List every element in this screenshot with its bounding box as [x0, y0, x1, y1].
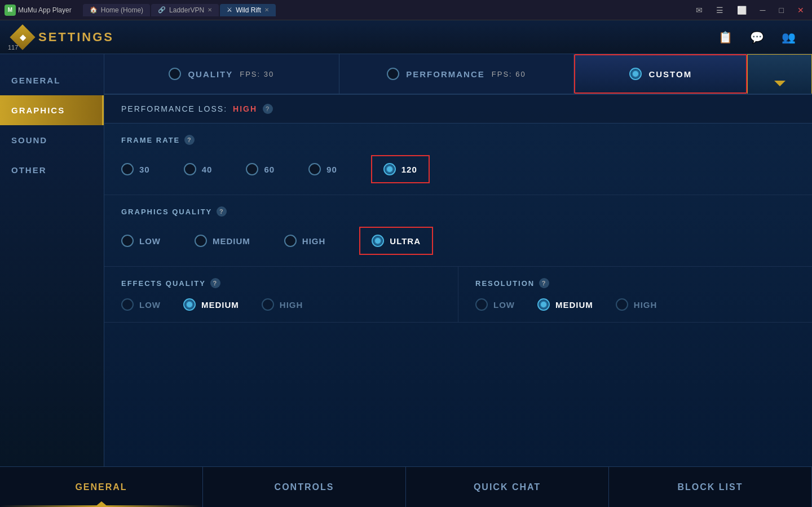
tab-home[interactable]: 🏠 Home (Home)	[83, 4, 150, 16]
resolution-help[interactable]: ?	[539, 278, 549, 288]
sidebar: GENERAL GRAPHICS SOUND OTHER	[0, 54, 104, 466]
frame-rate-options: 30 40 60 90	[121, 155, 795, 183]
res-high-radio	[616, 298, 628, 311]
titlebar-restore[interactable]: ⬜	[734, 5, 750, 16]
frame-rate-40[interactable]: 40	[184, 163, 213, 175]
frame-rate-90[interactable]: 90	[308, 163, 337, 175]
sidebar-item-sound[interactable]: SOUND	[0, 125, 104, 155]
res-low-radio	[475, 298, 488, 311]
frame-rate-40-radio	[184, 163, 196, 175]
performance-fps-label: FPS: 60	[492, 70, 526, 78]
titlebar-maximize[interactable]: □	[776, 5, 787, 16]
performance-label: PERFORMANCE	[406, 69, 485, 79]
gfx-low[interactable]: LOW	[121, 235, 161, 247]
titlebar-menu[interactable]: ☰	[713, 5, 727, 16]
header: ◆ SETTINGS 117 📋 💬 👥	[0, 20, 812, 54]
effects-low-radio	[121, 298, 134, 311]
resolution-col: RESOLUTION ? LOW MEDIUM	[458, 267, 812, 322]
bottom-nav-block-list[interactable]: BLOCK LIST	[609, 467, 812, 507]
preset-tabs: QUALITY FPS: 30 PERFORMANCE FPS: 60	[104, 54, 812, 95]
effects-quality-help[interactable]: ?	[210, 278, 220, 288]
sidebar-item-graphics[interactable]: GRAPHICS	[0, 95, 104, 125]
res-medium[interactable]: MEDIUM	[537, 298, 593, 311]
bottom-nav-quick-chat[interactable]: QUICK CHAT	[406, 467, 609, 507]
frame-rate-help[interactable]: ?	[184, 135, 195, 145]
frame-rate-section: FRAME RATE ? 30 40 60	[104, 124, 812, 195]
gfx-high[interactable]: HIGH	[284, 235, 326, 247]
perf-loss-value: HIGH	[233, 104, 257, 113]
frame-rate-120-radio	[383, 163, 396, 175]
custom-label: CUSTOM	[648, 69, 692, 79]
tab-laddervpn-label: LadderVPN	[169, 6, 204, 14]
tabs-container: 🏠 Home (Home) 🔗 LadderVPN ✕ ⚔ Wild Rift …	[83, 4, 276, 16]
frame-rate-60[interactable]: 60	[246, 163, 275, 175]
res-medium-dot	[541, 302, 546, 307]
custom-tab-extension	[747, 54, 812, 94]
quality-label: QUALITY	[188, 69, 233, 79]
perf-loss-help[interactable]: ?	[263, 104, 273, 114]
effects-quality-options: LOW MEDIUM HIGH	[121, 298, 441, 311]
header-right: 📋 💬 👥	[715, 27, 798, 47]
tab-wildrift[interactable]: ⚔ Wild Rift ✕	[220, 4, 276, 16]
effects-medium-radio	[183, 298, 196, 311]
graphics-quality-section: GRAPHICS QUALITY ? LOW MEDIUM HIGH	[104, 195, 812, 267]
quality-radio	[169, 68, 181, 80]
frame-rate-30[interactable]: 30	[121, 163, 150, 175]
effects-high[interactable]: HIGH	[262, 298, 303, 311]
header-task-icon[interactable]: 📋	[715, 27, 735, 47]
custom-radio	[629, 68, 642, 80]
res-high[interactable]: HIGH	[616, 298, 657, 311]
bottom-nav: GENERAL CONTROLS QUICK CHAT BLOCK LIST	[0, 466, 812, 507]
resolution-options: LOW MEDIUM HIGH	[475, 298, 795, 311]
frame-rate-60-radio	[246, 163, 258, 175]
preset-tab-custom[interactable]: CUSTOM	[574, 54, 747, 94]
graphics-quality-help[interactable]: ?	[217, 206, 227, 217]
resolution-title: RESOLUTION ?	[475, 278, 795, 288]
sidebar-item-general[interactable]: GENERAL	[0, 65, 104, 95]
effects-quality-title: EFFECTS QUALITY ?	[121, 278, 441, 288]
titlebar-mail[interactable]: ✉	[692, 5, 706, 16]
header-user-icon[interactable]: 👥	[778, 27, 798, 47]
preset-tab-quality[interactable]: QUALITY FPS: 30	[104, 54, 339, 94]
custom-radio-dot	[633, 71, 638, 77]
gfx-low-radio	[121, 235, 134, 247]
frame-rate-30-radio	[121, 163, 134, 175]
titlebar: M MuMu App Player 🏠 Home (Home) 🔗 Ladder…	[0, 0, 812, 20]
bottom-nav-controls[interactable]: CONTROLS	[203, 467, 406, 507]
sidebar-item-other[interactable]: OTHER	[0, 155, 104, 185]
titlebar-close[interactable]: ✕	[794, 5, 807, 16]
gfx-ultra-radio	[372, 235, 384, 247]
performance-radio	[387, 68, 399, 80]
app-name: MuMu App Player	[18, 6, 72, 14]
tab-home-label: Home (Home)	[101, 6, 143, 14]
gfx-medium-radio	[195, 235, 207, 247]
perf-loss-label: PERFORMANCE LOSS:	[121, 104, 227, 113]
header-badge: 117	[8, 44, 18, 51]
effects-high-radio	[262, 298, 274, 311]
app-logo-icon: M	[5, 5, 16, 16]
gfx-ultra-dot	[375, 238, 381, 244]
effects-medium[interactable]: MEDIUM	[183, 298, 239, 311]
bottom-nav-general[interactable]: GENERAL	[0, 467, 203, 507]
graphics-quality-options: LOW MEDIUM HIGH ULTRA	[121, 227, 795, 255]
gfx-medium[interactable]: MEDIUM	[195, 235, 250, 247]
res-low[interactable]: LOW	[475, 298, 515, 311]
gfx-ultra[interactable]: ULTRA	[359, 227, 433, 255]
tab-wildrift-close[interactable]: ✕	[264, 7, 269, 13]
preset-tab-performance[interactable]: PERFORMANCE FPS: 60	[339, 54, 575, 94]
frame-rate-120[interactable]: 120	[371, 155, 430, 183]
tab-laddervpn[interactable]: 🔗 LadderVPN ✕	[151, 4, 219, 16]
tab-wildrift-label: Wild Rift	[236, 6, 261, 14]
effects-low[interactable]: LOW	[121, 298, 161, 311]
header-logo-inner: ◆	[20, 33, 26, 42]
frame-rate-title: FRAME RATE ?	[121, 135, 795, 145]
titlebar-left: M MuMu App Player 🏠 Home (Home) 🔗 Ladder…	[5, 4, 276, 16]
content-area: QUALITY FPS: 30 PERFORMANCE FPS: 60	[104, 54, 812, 466]
page-title: SETTINGS	[38, 30, 114, 45]
tab-laddervpn-close[interactable]: ✕	[208, 7, 212, 13]
titlebar-minimize[interactable]: ─	[757, 5, 769, 16]
custom-chevron	[774, 81, 785, 86]
header-chat-icon[interactable]: 💬	[747, 27, 767, 47]
graphics-quality-title: GRAPHICS QUALITY ?	[121, 206, 795, 217]
effects-medium-dot	[187, 302, 192, 307]
